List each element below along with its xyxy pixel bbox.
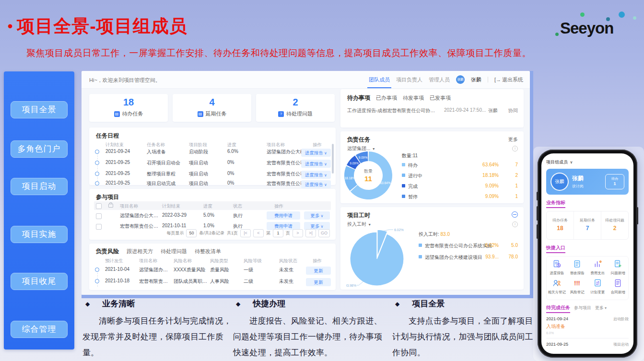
metric-todo-tasks[interactable]: 待办任务 18 [547,211,574,239]
tab-stakeholder-follow[interactable]: 跟进相关方 [127,248,153,255]
tab-project-owner[interactable]: 项目负责人 [396,76,422,83]
svg-text:6.02%: 6.02% [394,228,404,232]
tab-rectify-list[interactable]: 待整改清单 [195,248,221,255]
row-checkbox[interactable] [96,224,102,230]
tab-todo[interactable]: 待办事项 [347,94,370,102]
quick-plan-change[interactable]: 计划变更 [587,279,608,295]
sidebar-item-multi-role-portal[interactable]: 多角色门户 [11,140,68,158]
tab-manager[interactable]: 管理人员 [429,76,450,83]
select-all-checkbox[interactable] [96,203,102,209]
quick-contract-add[interactable]: 合同新增 [608,279,629,295]
page-input[interactable]: 1 [273,229,283,237]
table-row[interactable]: 2021-10-18 宏普有限责任公司办... 团队成员离职风险 人事风险 二级… [89,278,336,288]
table-row[interactable]: 2021-09-24 入场准备 启动阶段 6.0% 远望集团办公大楼建设项目 进… [89,149,336,158]
feature-project-overview: ◆项目全景 支持点击参与项目，全面了解项目计划与执行情况，加强与团队成员间工作协… [392,298,534,361]
progress-report-button[interactable]: 进度报告∨ [301,171,331,179]
project-hours-card: 项目工时 i 投入工时 ▾ 6.02%93.98% 投入工时: 83.0 宏普有… [340,207,524,290]
logo-text: Seeyon [560,19,613,37]
per-page-input[interactable]: 50 [186,229,197,237]
first-page-button[interactable]: |< [240,229,251,237]
logout-button[interactable]: [→退出系统 [494,76,523,83]
last-page-button[interactable]: >| [305,229,316,237]
greeting-text: Hi~，欢迎来到项目管理空间。 [89,77,161,84]
tab-to-send[interactable]: 待发事项 [403,94,424,102]
update-button[interactable]: 更新 [306,278,331,286]
chevron-down-icon: ∨ [324,162,327,166]
quick-stakeholder-register[interactable]: 相关方登记 [547,279,567,295]
column-header: 项目名称 [139,258,157,264]
quick-expense[interactable]: 费用支出 [587,259,608,276]
hours-filter-dropdown[interactable]: 投入工时 ▾ [347,221,371,228]
tab-team-member[interactable]: 团队成员 [369,76,390,83]
quick-risk-register[interactable]: !!! 风险登记 [567,279,588,295]
section-title-quick-entry: 快捷入口 [546,245,565,253]
todo-badge[interactable]: 待办 1 [605,174,624,189]
more-link[interactable]: 更多 [508,136,518,143]
table-row[interactable]: 2021-09-25 召开项目启动会 项目启动 0% 宏普有限责任公司办公系..… [89,160,336,169]
table-row[interactable]: 2021-09-25 项目启动完成 项目启动 0% 宏普有限责任公司办公系...… [89,180,336,190]
stat-label: 延期任务 [206,110,227,117]
card-title: 负责任务 [347,136,370,144]
more-button[interactable]: 更多∨ [304,211,330,220]
quick-progress-report[interactable]: 进度报告 [547,259,567,276]
phone-page-dropdown[interactable]: 项目组成员 ∨ [546,159,629,165]
sidebar-item-project-overview[interactable]: 项目全景 [11,101,68,118]
stat-card-pending-issues[interactable]: 2 ?待处理问题 [256,94,335,122]
stat-label: 待处理问题 [286,110,313,117]
progress-report-button[interactable]: 进度报告∨ [301,149,331,157]
tab-participating-projects[interactable]: 参与项目 [574,305,591,311]
tab-pending-issues[interactable]: 待处理问题 [161,248,187,255]
update-button[interactable]: 更新 [306,267,331,275]
column-header: 预计发生 [105,258,123,264]
avatar[interactable]: 张麟 [456,75,465,84]
progress-report-button[interactable]: 进度报告∨ [301,180,331,188]
chevron-down-icon: ∨ [324,183,327,187]
metric-overdue-tasks[interactable]: 延期任务 7 [574,211,601,239]
section-title-metrics: 业务指标 [546,199,565,208]
sidebar-item-project-start[interactable]: 项目启动 [11,178,68,195]
profile-card: 张麟 张麟 设计岗 待办 1 [546,169,629,195]
quick-issue-add[interactable]: 问题新增 [608,259,629,276]
collapse-icon[interactable] [512,211,518,218]
list-item[interactable]: 工作进度报告-成都宏普有限责任公司协同平台实施-张麟-2021-0... 202… [340,107,524,117]
column-header: 计划结束 [105,142,124,148]
legend-swatch [402,184,405,187]
expense-apply-button[interactable]: 费用申请 [267,211,300,220]
tab-tasks-to-finish[interactable]: 待完成任务 [546,304,570,313]
timeline-dot-icon [95,161,99,165]
list-item[interactable]: 2021-09-24启动阶段 入场准备 6.0% [546,316,629,335]
table-row[interactable]: 2021-09-25 整理项目章程 项目启动 0% 宏普有限责任公司办公系...… [89,171,336,180]
tab-responsible-risks[interactable]: 负责风险 [96,247,119,256]
sidebar-item-project-implement[interactable]: 项目实施 [11,226,68,243]
count-label: 数量:11 [402,152,418,159]
list-item[interactable]: 2021-09-25项目启动 [546,342,629,347]
tab-done[interactable]: 已办事项 [376,94,397,102]
metric-pending-issues[interactable]: 待处理问题 2 [601,211,628,239]
prev-page-button[interactable]: < [253,229,264,237]
logo-dot-icon [633,16,636,20]
row-checkbox[interactable] [96,213,102,219]
stat-card-overdue-tasks[interactable]: 4 ▤延期任务 [173,94,251,122]
legend-swatch [402,174,405,177]
sidebar-item-project-close[interactable]: 项目收尾 [11,273,68,290]
expense-icon [593,259,602,268]
plan-change-icon [593,279,602,288]
feature-title: 业务清晰 [102,298,135,309]
table-row[interactable]: 2021-10-04 远望集团办公大楼建... XXXX质量风险 质量风险 一级… [89,267,336,276]
phone-task-tabs: 待完成任务 参与项目 更多▾ [546,304,629,313]
go-button[interactable]: GO [318,229,330,237]
column-header: 风险类型 [210,258,228,264]
tab-sent[interactable]: 已发事项 [430,94,451,102]
chevron-down-icon: ∨ [321,214,324,218]
table-row[interactable]: 远望集团办公大楼建设... 2022-03-29 5.0% 执行 费用申请 更多… [89,212,336,222]
stat-card-todo-tasks[interactable]: 18 ▤待办任务 [89,94,168,122]
tab-more[interactable]: 更多▾ [595,305,607,311]
diamond-icon: ◆ [395,301,399,307]
next-page-button[interactable]: > [293,229,303,237]
progress-report-button[interactable]: 进度报告∨ [301,160,331,168]
sidebar-item-general-manage[interactable]: 综合管理 [11,321,68,338]
sidebar: 项目全景 多角色门户 项目启动 项目实施 项目收尾 综合管理 [4,71,74,349]
chevron-down-icon: ∨ [324,173,327,177]
quick-rectify-report[interactable]: 整改报告 [567,259,588,276]
stat-label: 待办任务 [122,110,143,117]
